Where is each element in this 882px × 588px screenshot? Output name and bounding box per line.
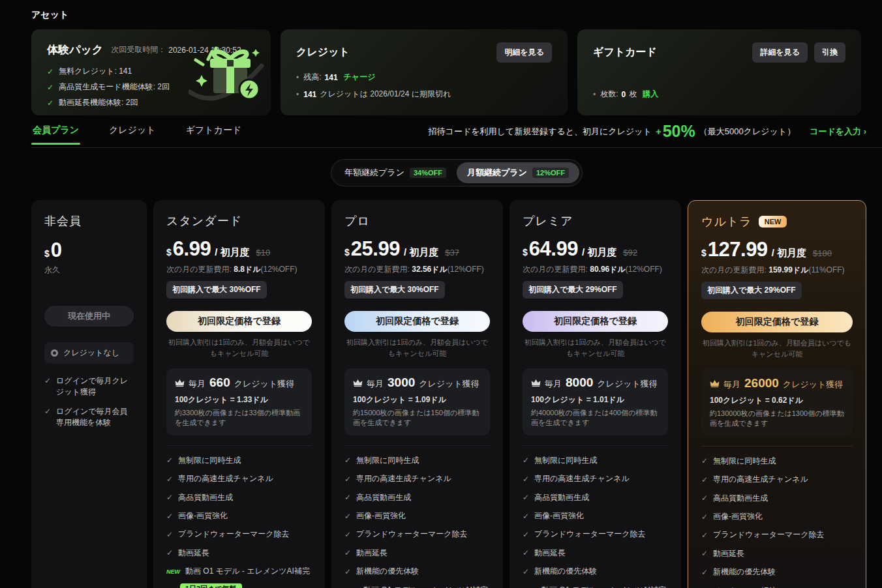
feature-item: ✓ブランドウォーターマーク除去 — [701, 529, 853, 540]
plan-name: プレミア — [523, 213, 573, 229]
check-icon: ✓ — [523, 548, 529, 557]
check-icon: ✓ — [47, 83, 53, 92]
check-icon: ✓ — [44, 376, 51, 385]
gift-card-card: ギフトカード 詳細を見る 引換 • 枚数: 0 枚 購入 — [577, 29, 861, 115]
redeem-button[interactable]: 引換 — [814, 42, 845, 63]
plan-card: プレミア $ 64.99 / 初月度 $92 次の月の更新費用: 80.96ドル… — [509, 200, 681, 588]
feature-item: ✓高品質動画生成 — [523, 492, 668, 503]
credits-rate: 100クレジット = 1.01ドル — [531, 394, 660, 405]
feature-text: 高品質動画生成 — [534, 492, 589, 503]
promo-plus: + — [656, 126, 662, 137]
new-label: NEW — [166, 568, 180, 575]
page-title: アセット — [31, 9, 882, 21]
credits-suffix: クレジット獲得 — [419, 378, 479, 390]
feature-item: ✓専用の高速生成チャンネル — [166, 473, 312, 484]
feature-text: 専用の高速生成チャンネル — [713, 474, 808, 485]
renewal-info: 次の月の更新費用: 159.99ドル(11%OFF) — [701, 265, 853, 276]
currency-symbol: $ — [701, 248, 707, 258]
feature-item: ✓ブランドウォーターマーク除去 — [344, 529, 490, 540]
check-icon: ✓ — [701, 512, 708, 522]
plan-card-free: 非会員 $ 0 永久 現在使用中 クレジットなし ✓ログインで毎月クレジット獲得… — [31, 200, 147, 588]
credits-suffix: クレジット獲得 — [234, 378, 295, 390]
monthly-off-badge: 12%OFF — [532, 168, 569, 178]
renewal-info: 次の月の更新費用: 32.56ドル(12%OFF) — [344, 264, 490, 275]
check-icon: ✓ — [523, 567, 529, 576]
check-icon: ✓ — [701, 568, 708, 577]
invite-promo: 招待コードを利用して新規登録すると、初月にクレジット + 50% （最大5000… — [429, 122, 866, 147]
view-details-button[interactable]: 詳細を見る — [752, 42, 808, 63]
feature-item: ✓画像-画質強化 — [344, 510, 490, 522]
trial-pack-title: 体験パック — [47, 42, 103, 57]
enter-code-link[interactable]: コードを入力 › — [810, 126, 866, 138]
feature-item: ✓画像-画質強化 — [166, 510, 312, 522]
first-purchase-badge: 初回購入で最大 30%OFF — [166, 281, 267, 299]
check-icon: ✓ — [523, 475, 529, 484]
plan-period: / 初月度 — [215, 246, 249, 259]
feature-list: ✓無制限に同時生成✓専用の高速生成チャンネル✓高品質動画生成✓画像-画質強化✓ブ… — [166, 445, 312, 588]
feature-item: ✓専用の高速生成チャンネル — [344, 473, 490, 484]
crown-icon — [531, 379, 541, 387]
view-statement-button[interactable]: 明細を見る — [496, 42, 552, 63]
monthly-plan-segment[interactable]: 月額継続プラン 12%OFF — [457, 162, 579, 183]
next-receive-label: 次回受取時間： — [111, 44, 166, 55]
current-plan-button[interactable]: 現在使用中 — [44, 306, 134, 327]
credits-rate: 100クレジット = 1.09ドル — [353, 394, 481, 405]
feature-item: ✓新機能の優先体験 — [701, 566, 853, 578]
feature-text: 無制限に同時生成 — [178, 455, 241, 466]
gift-count-row: • 枚数: 0 枚 購入 — [593, 89, 845, 100]
feature-item: ✓新機能の優先体験 — [523, 566, 668, 577]
feature-text: 画像-画質強化 — [356, 510, 406, 522]
feature-text: 新機能の優先体験 — [534, 566, 597, 577]
credit-box: 毎月 26000 クレジット獲得 100クレジット = 0.62ドル 約1300… — [701, 369, 853, 436]
feature-text: 専用の高速生成チャンネル — [356, 473, 451, 484]
currency-symbol: $ — [166, 247, 172, 257]
check-icon: ✓ — [701, 493, 708, 503]
feature-text: 専用の高速生成チャンネル — [178, 473, 273, 484]
tab-credits[interactable]: クレジット — [108, 125, 157, 145]
coin-icon — [51, 349, 58, 357]
charge-link[interactable]: チャージ — [344, 72, 376, 83]
credits-prefix: 毎月 — [723, 379, 740, 390]
feature-text: ベータテスト招待 — [713, 585, 776, 588]
plan-old-price: $37 — [445, 248, 459, 257]
feature-list: ✓無制限に同時生成✓専用の高速生成チャンネル✓高品質動画生成✓画像-画質強化✓ブ… — [701, 446, 853, 588]
check-icon: ✓ — [701, 475, 708, 484]
subscribe-button[interactable]: 初回限定価格で登録 — [344, 311, 490, 332]
tab-gift-card[interactable]: ギフトカード — [185, 125, 243, 145]
plan-name: 非会員 — [44, 213, 82, 229]
tabs-row: 会員プラン クレジット ギフトカード 招待コードを利用して新規登録すると、初月に… — [31, 122, 882, 148]
check-icon: ✓ — [701, 531, 708, 540]
subscribe-button[interactable]: 初回限定価格で登録 — [701, 312, 853, 332]
feature-item: ✓ログインで毎月会員専用機能を体験 — [44, 406, 134, 429]
first-purchase-badge: 初回購入で最大 29%OFF — [701, 282, 802, 299]
credit-box: 毎月 3000 クレジット獲得 100クレジット = 1.09ドル 約15000… — [344, 368, 490, 435]
plan-name: プロ — [344, 213, 370, 229]
check-icon: ✓ — [344, 475, 351, 484]
plan-period: / 初月度 — [582, 246, 616, 259]
crown-icon — [710, 379, 720, 387]
feature-text: 新機能の優先体験 — [713, 566, 776, 578]
plan-price: 0 — [51, 239, 62, 262]
yearly-plan-segment[interactable]: 年額継続プラン 34%OFF — [334, 162, 457, 183]
feature-item: ✓画像-画質強化 — [701, 511, 853, 522]
check-icon: ✓ — [344, 567, 351, 576]
tab-member-plan[interactable]: 会員プラン — [31, 125, 80, 145]
plan-price: 127.99 — [708, 238, 768, 261]
check-icon: ✓ — [344, 512, 351, 521]
subscribe-button[interactable]: 初回限定価格で登録 — [166, 311, 312, 332]
credits-amount: 26000 — [744, 376, 779, 390]
feature-text: 高品質動画生成 — [713, 493, 768, 504]
offer-badge: 1日3回まで無料 — [180, 583, 242, 588]
trial-pack-card: 体験パック 次回受取時間： 2026-01-24 19:30:52 ✓無料クレジ… — [31, 29, 271, 115]
feature-text: 専用の高速生成チャンネル — [534, 473, 630, 484]
feature-text: 動画延長 — [178, 548, 209, 559]
feature-text: 動画延長 — [534, 548, 566, 559]
credits-prefix: 毎月 — [545, 378, 562, 390]
feature-text: 画像-画質強化 — [713, 511, 763, 522]
first-purchase-badge: 初回購入で最大 30%OFF — [344, 281, 445, 299]
plan-name: スタンダード — [166, 213, 242, 229]
buy-link[interactable]: 購入 — [643, 89, 658, 100]
subscribe-button[interactable]: 初回限定価格で登録 — [523, 311, 668, 332]
check-icon: ✓ — [523, 512, 529, 521]
feature-item: ✓専用の高速生成チャンネル — [701, 474, 853, 485]
